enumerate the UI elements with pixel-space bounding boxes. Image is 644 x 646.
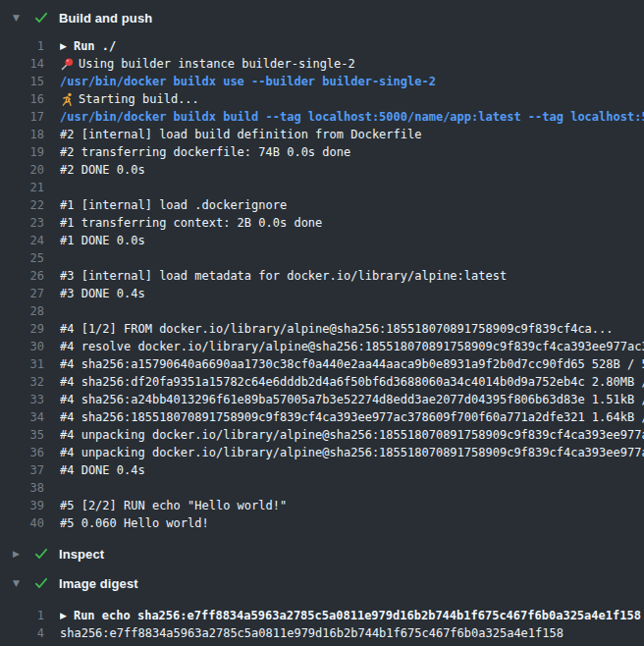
line-number[interactable]: 26 (0, 269, 44, 283)
section-header[interactable]: ▼ Image digest (0, 573, 644, 593)
line-number[interactable]: 14 (0, 57, 44, 71)
log-row: 16 ▶ Starting build... (0, 90, 644, 108)
line-content: ▶ #3 DONE 0.4s (60, 287, 644, 300)
check-success-icon (33, 546, 49, 562)
section-title: Build and push (59, 11, 152, 26)
log-row: 30 ▶ #4 resolve docker.io/library/alpine… (0, 338, 644, 355)
log-row: 37 ▶ #4 DONE 0.4s (0, 461, 644, 479)
line-number[interactable]: 34 (0, 410, 44, 424)
line-number[interactable]: 23 (0, 216, 44, 230)
line-number[interactable]: 38 (0, 481, 44, 495)
line-number[interactable]: 25 (0, 251, 44, 265)
line-number[interactable]: 15 (0, 75, 44, 88)
log-row: 17 ▶ /usr/bin/docker buildx build --tag … (0, 108, 644, 126)
line-number[interactable]: 35 (0, 428, 44, 442)
line-number[interactable]: 28 (0, 304, 44, 318)
log-row: 15 ▶ /usr/bin/docker buildx use --builde… (0, 73, 644, 90)
line-number[interactable]: 33 (0, 393, 44, 406)
log-row: 27 ▶ #3 DONE 0.4s (0, 285, 644, 302)
expander-icon[interactable]: ▶ (60, 611, 67, 620)
line-number[interactable]: 37 (0, 463, 44, 477)
line-text: #4 sha256:a15790640a6690aa1730c38cf0a440… (60, 357, 644, 371)
log-row: 21 ▶ (0, 179, 644, 196)
line-number[interactable]: 39 (0, 499, 44, 512)
expander-icon[interactable]: ▶ (60, 41, 67, 51)
line-content: ▶ #4 unpacking docker.io/library/alpine@… (60, 428, 644, 442)
line-text: #1 DONE 0.0s (60, 234, 145, 247)
line-content: ▶ Starting build... (60, 92, 644, 107)
log-row: 38 ▶ (0, 479, 644, 497)
log-row: 4 ▶ sha256:e7ff8834a5963a2785c5a0811e979… (0, 624, 644, 642)
line-content: ▶ #1 [internal] load .dockerignore (60, 198, 644, 212)
log-row: 28 ▶ (0, 302, 644, 320)
section-header[interactable]: ▶ Inspect (0, 544, 644, 564)
line-number[interactable]: 4 (0, 626, 44, 640)
line-number[interactable]: 21 (0, 181, 44, 194)
line-number[interactable]: 16 (0, 92, 44, 106)
check-success-icon (33, 575, 49, 591)
log-row: 14 ▶ Using builder instance builder-sing… (0, 55, 644, 73)
log-row: 32 ▶ #4 sha256:df20fa9351a15782c64e6dddb… (0, 373, 644, 391)
section-body: 1 ▶ Run echo sha256:e7ff8834a5963a2785c5… (0, 607, 644, 642)
log-row: 24 ▶ #1 DONE 0.0s (0, 232, 644, 249)
line-number[interactable]: 1 (0, 39, 44, 53)
workflow-log-viewer: ▼ Build and push 1 ▶ Run ./ 14 ▶ (0, 8, 644, 642)
log-row: 18 ▶ #2 [internal] load build definition… (0, 126, 644, 143)
line-content: ▶ #5 [2/2] RUN echo "Hello world!" (60, 499, 644, 512)
line-number[interactable]: 19 (0, 145, 44, 159)
line-number[interactable]: 22 (0, 198, 44, 212)
chevron-icon: ▼ (13, 13, 25, 23)
line-number[interactable]: 29 (0, 322, 44, 336)
log-row: 39 ▶ #5 [2/2] RUN echo "Hello world!" (0, 497, 644, 514)
line-number[interactable]: 36 (0, 446, 44, 459)
log-row: 20 ▶ #2 DONE 0.0s (0, 161, 644, 179)
line-text: sha256:e7ff8834a5963a2785c5a0811e979d16b… (60, 626, 564, 640)
line-content: ▶ /usr/bin/docker buildx use --builder b… (60, 75, 644, 88)
line-number[interactable]: 20 (0, 163, 44, 177)
line-text: #5 [2/2] RUN echo "Hello world!" (60, 499, 287, 512)
log-row: 1 ▶ Run ./ (0, 37, 644, 55)
log-row: 34 ▶ #4 sha256:185518070891758909c9f839c… (0, 408, 644, 426)
line-text: #4 [1/2] FROM docker.io/library/alpine@s… (60, 322, 614, 336)
log-row: 19 ▶ #2 transferring dockerfile: 74B 0.0… (0, 143, 644, 161)
log-row: 22 ▶ #1 [internal] load .dockerignore (0, 196, 644, 214)
line-content: ▶ #4 sha256:a15790640a6690aa1730c38cf0a4… (60, 357, 644, 371)
line-text: #4 unpacking docker.io/library/alpine@sh… (60, 446, 644, 459)
line-content: ▶ #2 transferring dockerfile: 74B 0.0s d… (60, 145, 644, 159)
line-number[interactable]: 40 (0, 516, 44, 530)
line-text: #1 transferring context: 2B 0.0s done (60, 216, 322, 230)
line-number[interactable]: 27 (0, 287, 44, 300)
line-content: ▶ Using builder instance builder-single-… (60, 57, 644, 72)
chevron-icon: ▼ (13, 578, 25, 588)
line-content: ▶ #2 DONE 0.0s (60, 163, 644, 177)
line-number[interactable]: 32 (0, 375, 44, 389)
line-content: ▶ #4 resolve docker.io/library/alpine@sh… (60, 340, 644, 353)
line-text: #3 DONE 0.4s (60, 287, 145, 300)
line-number[interactable]: 30 (0, 340, 44, 353)
line-number[interactable]: 31 (0, 357, 44, 371)
log-section: ▼ Image digest 1 ▶ Run echo sha256:e7ff8… (0, 573, 644, 642)
line-text: #1 [internal] load .dockerignore (60, 198, 287, 212)
log-section: ▼ Build and push 1 ▶ Run ./ 14 ▶ (0, 8, 644, 532)
line-content: ▶ #3 [internal] load metadata for docker… (60, 269, 644, 283)
line-text: #4 resolve docker.io/library/alpine@sha2… (60, 340, 644, 353)
pushpin-icon (60, 57, 75, 72)
log-row: 33 ▶ #4 sha256:a24bb4013296f61e89ba57005… (0, 391, 644, 408)
line-number[interactable]: 1 (0, 609, 44, 622)
section-title: Inspect (59, 547, 104, 562)
log-row: 35 ▶ #4 unpacking docker.io/library/alpi… (0, 426, 644, 444)
line-number[interactable]: 18 (0, 128, 44, 141)
line-content: ▶ Run echo sha256:e7ff8834a5963a2785c5a0… (60, 609, 644, 622)
line-text: #4 DONE 0.4s (60, 463, 145, 477)
line-number[interactable]: 17 (0, 110, 44, 124)
line-content: ▶ /usr/bin/docker buildx build --tag loc… (60, 110, 644, 124)
line-content: ▶ #5 0.060 Hello world! (60, 516, 644, 530)
line-content: ▶ #4 unpacking docker.io/library/alpine@… (60, 446, 644, 459)
section-header[interactable]: ▼ Build and push (0, 8, 644, 27)
line-number[interactable]: 24 (0, 234, 44, 247)
line-content: ▶ #1 DONE 0.0s (60, 234, 644, 247)
line-content: ▶ #4 [1/2] FROM docker.io/library/alpine… (60, 322, 644, 336)
log-row: 23 ▶ #1 transferring context: 2B 0.0s do… (0, 214, 644, 232)
line-text: Using builder instance builder-single-2 (79, 57, 355, 71)
line-content: ▶ #4 DONE 0.4s (60, 463, 644, 477)
